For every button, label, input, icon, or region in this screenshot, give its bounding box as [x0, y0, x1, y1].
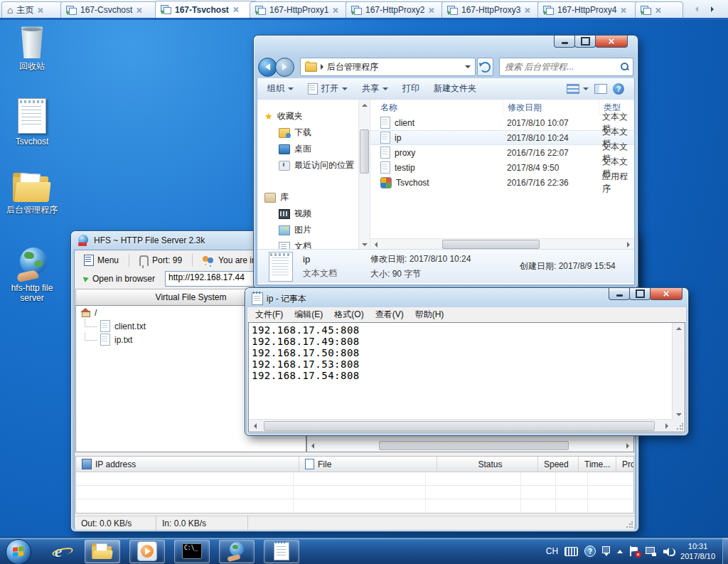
taskbar-cmd-button[interactable]: C:\_ — [174, 540, 210, 563]
notepad-content[interactable]: 192.168.17.45:808192.168.17.49:808192.16… — [252, 324, 670, 417]
keyboard-icon[interactable] — [564, 547, 578, 556]
back-button[interactable] — [258, 58, 277, 77]
menu-file[interactable]: 文件(F) — [250, 307, 288, 322]
sidebar-item-recent-places[interactable]: 最近访问的位置 — [257, 157, 358, 174]
change-view-button[interactable] — [567, 84, 589, 94]
scrollbar-thumb[interactable] — [360, 129, 369, 174]
address-bar[interactable]: 后台管理程序 — [300, 58, 476, 76]
tab-partial[interactable] — [635, 1, 683, 18]
close-icon[interactable] — [232, 6, 239, 13]
action-center-flag-icon[interactable]: × — [629, 546, 639, 557]
hfs-open-in-browser-button[interactable]: Open in browser — [80, 272, 159, 285]
tab-httpproxy4[interactable]: 167-HttpProxy4 — [537, 1, 643, 18]
start-button[interactable] — [6, 539, 31, 564]
taskbar-notepad-button[interactable] — [264, 540, 299, 563]
column-status[interactable]: Status — [437, 457, 538, 472]
sidebar-item-desktop[interactable]: 桌面 — [257, 141, 358, 157]
open-menu[interactable]: 打开 — [308, 83, 348, 95]
breadcrumb[interactable]: 后台管理程序 — [327, 61, 378, 73]
new-folder-button[interactable]: 新建文件夹 — [434, 83, 476, 95]
sidebar-item-downloads[interactable]: 下载 — [257, 124, 358, 141]
hfs-mode-button[interactable]: You are in — [198, 254, 261, 267]
desktop-icon-admin-folder[interactable]: 后台管理程序 — [1, 172, 63, 215]
network-icon[interactable] — [646, 547, 657, 556]
speaker-icon[interactable] — [663, 547, 674, 556]
file-row-proxy[interactable]: proxy 2016/7/16 22:07 文本文档 — [370, 145, 634, 160]
help-tray-icon[interactable]: ? — [584, 546, 596, 557]
organize-menu[interactable]: 组织 — [267, 83, 294, 95]
scroll-right-icon[interactable] — [623, 239, 634, 250]
show-desktop-button[interactable] — [722, 538, 728, 564]
column-ip-address[interactable]: IP address — [76, 457, 299, 472]
forward-button[interactable] — [275, 58, 294, 77]
close-icon[interactable] — [428, 7, 434, 14]
minimize-button[interactable] — [609, 288, 630, 300]
sidebar-item-libraries[interactable]: 库 — [257, 189, 358, 206]
address-dropdown-icon[interactable] — [465, 65, 471, 68]
menu-help[interactable]: 帮助(H) — [410, 307, 449, 322]
search-box[interactable] — [499, 58, 633, 76]
menu-edit[interactable]: 编辑(E) — [289, 307, 328, 322]
scroll-right-icon[interactable] — [622, 440, 633, 452]
taskbar-explorer-button[interactable] — [85, 540, 120, 563]
scroll-up-icon[interactable] — [359, 100, 370, 110]
file-list-hscrollbar[interactable] — [370, 238, 634, 250]
file-row-ip[interactable]: ip 2017/8/10 10:24 文本文档 — [370, 130, 634, 145]
show-hidden-icons-button[interactable] — [617, 550, 623, 553]
close-icon[interactable] — [332, 7, 338, 14]
scroll-left-icon[interactable] — [370, 239, 382, 250]
tray-window-icon[interactable] — [602, 546, 611, 556]
resize-grip[interactable] — [626, 521, 633, 528]
file-row-tsvchost[interactable]: Tsvchost 2016/7/16 22:36 应用程序 — [370, 175, 634, 190]
scroll-left-icon[interactable] — [249, 420, 261, 432]
close-icon[interactable] — [136, 7, 142, 14]
scroll-up-icon[interactable] — [673, 323, 685, 334]
column-name[interactable]: 名称 — [370, 102, 503, 114]
help-button[interactable]: ? — [613, 83, 624, 95]
tab-httpproxy2[interactable]: 167-HttpProxy2 — [346, 1, 449, 18]
resize-grip[interactable] — [673, 420, 685, 432]
search-icon[interactable] — [621, 63, 629, 71]
desktop-icon-tsvchost[interactable]: Tsvchost — [1, 98, 63, 147]
tab-home[interactable]: ⌂ 主页 — [1, 1, 64, 18]
file-row-client[interactable]: client 2017/8/10 10:07 文本文档 — [370, 115, 634, 130]
taskbar-wmp-button[interactable] — [129, 540, 165, 563]
maximize-button[interactable] — [629, 288, 651, 300]
close-icon[interactable] — [655, 7, 661, 14]
minimize-button[interactable] — [554, 36, 575, 48]
sidebar-item-favorites[interactable]: ★ 收藏夹 — [257, 108, 358, 124]
column-speed[interactable]: Speed — [538, 457, 579, 472]
notepad-text-area[interactable]: 192.168.17.45:808192.168.17.49:808192.16… — [248, 322, 685, 432]
search-input[interactable] — [503, 61, 618, 73]
scroll-down-icon[interactable] — [673, 409, 685, 420]
tab-scroll-left-icon[interactable] — [695, 6, 698, 12]
scroll-left-icon[interactable] — [307, 440, 318, 452]
share-menu[interactable]: 共享 — [362, 83, 388, 95]
close-button[interactable] — [595, 36, 628, 48]
sidebar-scrollbar[interactable] — [358, 100, 370, 250]
desktop-icon-hfs[interactable]: hfs-http file server — [1, 248, 63, 303]
tab-scroll-right-icon[interactable] — [711, 6, 714, 12]
tab-tsvchost[interactable]: 167-Tsvchost — [155, 1, 257, 18]
hfs-menu-button[interactable]: Menu — [80, 253, 123, 267]
refresh-button[interactable] — [477, 58, 493, 76]
notepad-vscrollbar[interactable] — [672, 323, 685, 420]
hfs-log-hscrollbar[interactable] — [307, 440, 633, 452]
taskbar-clock[interactable]: 10:31 2017/8/10 — [680, 541, 718, 561]
notepad-hscrollbar[interactable] — [249, 419, 673, 432]
close-icon[interactable] — [524, 7, 530, 14]
tab-httpproxy1[interactable]: 167-HttpProxy1 — [250, 1, 353, 18]
desktop-icon-recycle-bin[interactable]: 回收站 — [1, 26, 63, 71]
close-icon[interactable] — [37, 7, 43, 14]
menu-view[interactable]: 查看(V) — [370, 307, 409, 322]
tab-httpproxy3[interactable]: 167-HttpProxy3 — [441, 1, 545, 18]
close-button[interactable] — [650, 288, 682, 300]
tray-language-indicator[interactable]: CH — [546, 546, 558, 556]
scrollbar-thumb[interactable] — [264, 421, 655, 431]
column-file[interactable]: File — [299, 457, 437, 472]
close-icon[interactable] — [620, 7, 626, 14]
file-row-testip[interactable]: testip 2017/8/4 9:50 文本文档 — [370, 160, 634, 175]
column-time[interactable]: Time... — [579, 457, 616, 472]
hfs-port-button[interactable]: Port: 99 — [135, 254, 186, 267]
column-modified[interactable]: 修改日期 — [503, 100, 599, 115]
